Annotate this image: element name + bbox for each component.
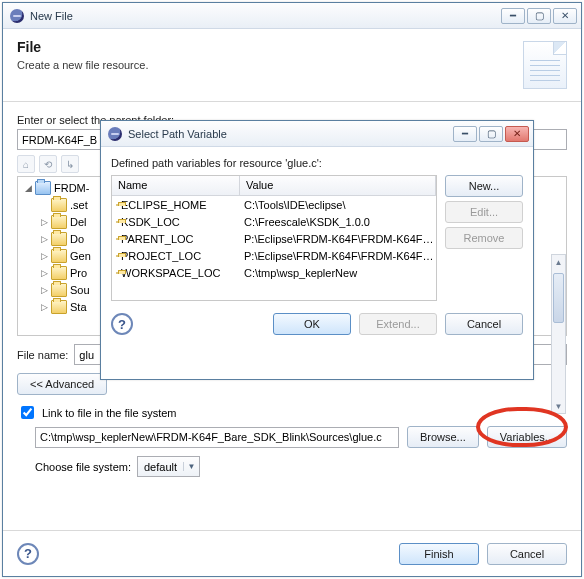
table-row[interactable]: KSDK_LOCC:\Freescale\KSDK_1.0.0 xyxy=(112,213,436,230)
expander-icon[interactable]: ◢ xyxy=(22,183,34,193)
advanced-toggle-button[interactable]: << Advanced xyxy=(17,373,107,395)
project-folder-icon xyxy=(35,181,51,195)
scroll-down-icon[interactable]: ▼ xyxy=(552,399,565,413)
var-name: WORKSPACE_LOC xyxy=(121,267,220,279)
filename-label: File name: xyxy=(17,349,68,361)
expander-icon[interactable]: ▷ xyxy=(38,285,50,295)
folder-icon xyxy=(51,283,67,297)
file-icon xyxy=(523,41,567,89)
var-value: C:\tmp\wsp_keplerNew xyxy=(240,267,436,279)
extend-button[interactable]: Extend... xyxy=(359,313,437,335)
close-button[interactable]: ✕ xyxy=(553,8,577,24)
expander-icon[interactable]: ▷ xyxy=(38,251,50,261)
eclipse-icon xyxy=(9,8,25,24)
finish-button[interactable]: Finish xyxy=(399,543,479,565)
eclipse-icon xyxy=(107,126,123,142)
scroll-up-icon[interactable]: ▲ xyxy=(552,255,565,269)
var-name: PROJECT_LOC xyxy=(121,250,201,262)
tree-item[interactable]: Sou xyxy=(70,284,90,296)
table-row[interactable]: ECLIPSE_HOMEC:\Tools\IDE\eclipse\ xyxy=(112,196,436,213)
browse-button[interactable]: Browse... xyxy=(407,426,479,448)
var-value: C:\Freescale\KSDK_1.0.0 xyxy=(240,216,436,228)
column-header-value[interactable]: Value xyxy=(240,176,436,195)
tree-item[interactable]: Sta xyxy=(70,301,87,313)
link-to-file-checkbox[interactable] xyxy=(21,406,34,419)
folder-icon xyxy=(51,266,67,280)
help-icon[interactable]: ? xyxy=(111,313,133,335)
folder-icon xyxy=(51,232,67,246)
var-name: PARENT_LOC xyxy=(121,233,194,245)
tree-item[interactable]: Gen xyxy=(70,250,91,262)
folder-icon xyxy=(116,204,118,206)
path-variables-table[interactable]: Name Value ECLIPSE_HOMEC:\Tools\IDE\ecli… xyxy=(111,175,437,301)
tree-item[interactable]: Del xyxy=(70,216,87,228)
table-row[interactable]: WORKSPACE_LOCC:\tmp\wsp_keplerNew xyxy=(112,264,436,281)
dialog-titlebar[interactable]: Select Path Variable ━ ▢ ✕ xyxy=(101,121,533,147)
tree-scrollbar[interactable]: ▲ ▼ xyxy=(551,254,566,414)
expander-icon[interactable]: ▷ xyxy=(38,217,50,227)
link-to-file-label: Link to file in the file system xyxy=(42,407,177,419)
table-row[interactable]: PARENT_LOCP:\Eclipse\FRDM-K64F\FRDM-K64F… xyxy=(112,230,436,247)
select-path-variable-dialog: Select Path Variable ━ ▢ ✕ Defined path … xyxy=(100,120,534,380)
maximize-button[interactable]: ▢ xyxy=(527,8,551,24)
folder-icon xyxy=(116,221,118,223)
folder-icon xyxy=(116,255,118,257)
folder-icon xyxy=(51,300,67,314)
dialog-close-button[interactable]: ✕ xyxy=(505,126,529,142)
expander-icon[interactable]: ▷ xyxy=(38,268,50,278)
var-value: P:\Eclipse\FRDM-K64F\FRDM-K64F_... xyxy=(240,250,436,262)
tree-root-label: FRDM- xyxy=(54,182,89,194)
minimize-button[interactable]: ━ xyxy=(501,8,525,24)
file-system-value: default xyxy=(138,461,183,473)
window-title: New File xyxy=(30,10,501,22)
dialog-minimize-button[interactable]: ━ xyxy=(453,126,477,142)
into-icon[interactable]: ↳ xyxy=(61,155,79,173)
link-path-input[interactable] xyxy=(35,427,399,448)
edit-variable-button[interactable]: Edit... xyxy=(445,201,523,223)
var-name: KSDK_LOC xyxy=(121,216,180,228)
folder-icon xyxy=(116,238,118,240)
folder-icon xyxy=(51,198,67,212)
ok-button[interactable]: OK xyxy=(273,313,351,335)
var-value: P:\Eclipse\FRDM-K64F\FRDM-K64F_... xyxy=(240,233,436,245)
remove-variable-button[interactable]: Remove xyxy=(445,227,523,249)
column-header-name[interactable]: Name xyxy=(112,176,240,195)
page-subtitle: Create a new file resource. xyxy=(17,59,523,71)
chevron-down-icon: ▼ xyxy=(183,462,199,471)
tree-item[interactable]: .set xyxy=(70,199,88,211)
dialog-maximize-button[interactable]: ▢ xyxy=(479,126,503,142)
var-name: ECLIPSE_HOME xyxy=(121,199,207,211)
variables-button[interactable]: Variables... xyxy=(487,426,567,448)
var-value: C:\Tools\IDE\eclipse\ xyxy=(240,199,436,211)
tree-item[interactable]: Pro xyxy=(70,267,87,279)
tree-item[interactable]: Do xyxy=(70,233,84,245)
folder-icon xyxy=(116,272,118,274)
choose-fs-label: Choose file system: xyxy=(35,461,131,473)
scroll-thumb[interactable] xyxy=(553,273,564,323)
new-variable-button[interactable]: New... xyxy=(445,175,523,197)
folder-icon xyxy=(51,249,67,263)
back-icon[interactable]: ⟲ xyxy=(39,155,57,173)
dialog-description: Defined path variables for resource 'glu… xyxy=(111,157,523,169)
dialog-header: File Create a new file resource. xyxy=(3,29,581,102)
home-icon[interactable]: ⌂ xyxy=(17,155,35,173)
expander-icon[interactable]: ▷ xyxy=(38,234,50,244)
titlebar[interactable]: New File ━ ▢ ✕ xyxy=(3,3,581,29)
table-row[interactable]: PROJECT_LOCP:\Eclipse\FRDM-K64F\FRDM-K64… xyxy=(112,247,436,264)
dialog-title: Select Path Variable xyxy=(128,128,453,140)
expander-icon[interactable]: ▷ xyxy=(38,302,50,312)
folder-icon xyxy=(51,215,67,229)
file-system-dropdown[interactable]: default ▼ xyxy=(137,456,200,477)
cancel-button[interactable]: Cancel xyxy=(487,543,567,565)
dialog-cancel-button[interactable]: Cancel xyxy=(445,313,523,335)
help-icon[interactable]: ? xyxy=(17,543,39,565)
page-title: File xyxy=(17,39,523,55)
